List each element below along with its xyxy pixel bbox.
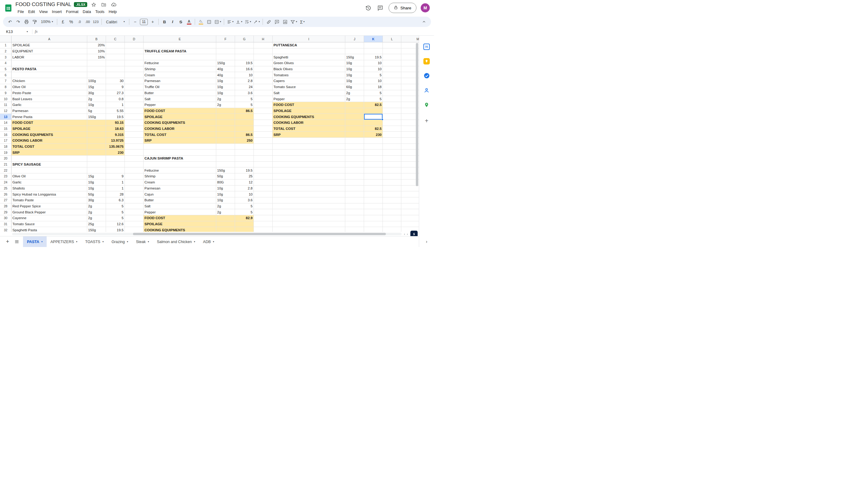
cell-J3[interactable]: 150g bbox=[345, 54, 364, 60]
cell-J31[interactable] bbox=[345, 221, 364, 227]
cell-A4[interactable] bbox=[12, 60, 87, 66]
cell-F30[interactable] bbox=[216, 215, 235, 221]
cell-A13[interactable]: Penne Pasta bbox=[12, 114, 87, 120]
cell-H3[interactable] bbox=[254, 54, 273, 60]
cell-F28[interactable]: 2g bbox=[216, 204, 235, 209]
row-header-21[interactable]: 21 bbox=[0, 162, 12, 168]
cell-J27[interactable] bbox=[345, 197, 364, 204]
cell-F23[interactable]: 50g bbox=[216, 173, 235, 179]
cell-J25[interactable] bbox=[345, 186, 364, 192]
cell-A14[interactable]: FOOD COST bbox=[12, 120, 87, 126]
font-family-select[interactable]: Calibri ▾ bbox=[104, 18, 127, 26]
cell-B4[interactable] bbox=[87, 60, 106, 66]
col-header-K[interactable]: K bbox=[364, 36, 383, 42]
cell-C17[interactable]: 13.9725 bbox=[106, 138, 125, 144]
row-header-28[interactable]: 28 bbox=[0, 204, 12, 209]
cell-B21[interactable] bbox=[87, 162, 106, 168]
formula-input[interactable] bbox=[42, 28, 434, 35]
cell-F8[interactable]: 10g bbox=[216, 84, 235, 90]
cell-F20[interactable] bbox=[216, 156, 235, 162]
cell-B10[interactable]: 2g bbox=[87, 96, 106, 102]
cell-C15[interactable]: 18.63 bbox=[106, 126, 125, 132]
cell-G32[interactable] bbox=[235, 227, 254, 232]
cell-A18[interactable]: TOTAL COST bbox=[12, 144, 87, 150]
cell-J8[interactable]: 60g bbox=[345, 84, 364, 90]
collapse-side-panel-button[interactable]: › bbox=[419, 239, 434, 244]
cell-B13[interactable]: 150g bbox=[87, 114, 106, 120]
cell-E28[interactable]: Salt bbox=[144, 204, 216, 209]
cell-K17[interactable] bbox=[364, 138, 383, 144]
merge-cells-button[interactable]: ▾ bbox=[213, 18, 222, 26]
cell-H24[interactable] bbox=[254, 179, 273, 186]
cell-L16[interactable] bbox=[383, 132, 401, 138]
menu-tools[interactable]: Tools bbox=[93, 9, 106, 14]
cell-C9[interactable]: 27.3 bbox=[106, 90, 125, 96]
cell-E3[interactable] bbox=[144, 54, 216, 60]
cell-I18[interactable] bbox=[273, 144, 345, 150]
cell-F27[interactable]: 10g bbox=[216, 197, 235, 204]
cell-H12[interactable] bbox=[254, 108, 273, 114]
cell-I30[interactable] bbox=[273, 215, 345, 221]
cell-J30[interactable] bbox=[345, 215, 364, 221]
col-header-M[interactable]: M bbox=[401, 36, 419, 42]
cell-J23[interactable] bbox=[345, 173, 364, 179]
cell-A2[interactable]: EQUIPMENT bbox=[12, 49, 87, 55]
cell-I27[interactable] bbox=[273, 197, 345, 204]
italic-button[interactable]: I bbox=[169, 18, 177, 26]
row-header-5[interactable]: 5 bbox=[0, 66, 12, 72]
col-header-L[interactable]: L bbox=[383, 36, 401, 42]
cell-D8[interactable] bbox=[125, 84, 144, 90]
cell-D12[interactable] bbox=[125, 108, 144, 114]
cell-B28[interactable]: 2g bbox=[87, 204, 106, 209]
cell-I24[interactable] bbox=[273, 179, 345, 186]
row-header-3[interactable]: 3 bbox=[0, 54, 12, 60]
cell-L30[interactable] bbox=[383, 215, 401, 221]
cell-F4[interactable]: 150g bbox=[216, 60, 235, 66]
cell-G23[interactable]: 25 bbox=[235, 173, 254, 179]
cell-J13[interactable] bbox=[345, 114, 364, 120]
cell-E24[interactable]: Cream bbox=[144, 179, 216, 186]
cell-D13[interactable] bbox=[125, 114, 144, 120]
cell-J16[interactable] bbox=[345, 132, 364, 138]
caret-down-icon[interactable]: ▾ bbox=[41, 241, 43, 243]
decrease-font-size-button[interactable]: − bbox=[131, 18, 139, 26]
cell-L2[interactable] bbox=[383, 49, 401, 55]
cell-K6[interactable]: 5 bbox=[364, 72, 383, 78]
cell-B25[interactable]: 10g bbox=[87, 186, 106, 192]
sheet-tab-appetizers[interactable]: APPETIZERS▾ bbox=[47, 236, 81, 247]
cell-D14[interactable] bbox=[125, 120, 144, 126]
name-box[interactable]: K13 ▾ bbox=[4, 30, 30, 34]
insert-comment-button[interactable] bbox=[273, 18, 281, 26]
cell-L28[interactable] bbox=[383, 204, 401, 209]
cell-B5[interactable] bbox=[87, 66, 106, 72]
add-sheet-button[interactable]: + bbox=[3, 237, 12, 246]
cell-L10[interactable] bbox=[383, 96, 401, 102]
cell-H11[interactable] bbox=[254, 102, 273, 108]
cell-B16[interactable] bbox=[87, 132, 106, 138]
account-avatar[interactable]: M bbox=[421, 3, 430, 13]
cell-J26[interactable] bbox=[345, 191, 364, 197]
cell-D22[interactable] bbox=[125, 167, 144, 173]
fill-color-button[interactable] bbox=[197, 18, 205, 26]
cell-F24[interactable]: 80G bbox=[216, 179, 235, 186]
insert-chart-button[interactable] bbox=[281, 18, 289, 26]
row-header-23[interactable]: 23 bbox=[0, 173, 12, 179]
row-header-9[interactable]: 9 bbox=[0, 90, 12, 96]
cell-K16[interactable]: 230 bbox=[364, 132, 383, 138]
col-header-A[interactable]: A bbox=[12, 36, 87, 42]
cell-L12[interactable] bbox=[383, 108, 401, 114]
cell-D1[interactable] bbox=[125, 42, 144, 49]
cell-L26[interactable] bbox=[383, 191, 401, 197]
cell-K9[interactable]: 5 bbox=[364, 90, 383, 96]
cell-E7[interactable]: Parmesan bbox=[144, 78, 216, 84]
cell-H5[interactable] bbox=[254, 66, 273, 72]
cell-L21[interactable] bbox=[383, 162, 401, 168]
cell-L29[interactable] bbox=[383, 209, 401, 215]
share-button[interactable]: Share bbox=[389, 3, 417, 13]
cell-D16[interactable] bbox=[125, 132, 144, 138]
cell-D19[interactable] bbox=[125, 150, 144, 156]
cell-K29[interactable] bbox=[364, 209, 383, 215]
cloud-saved-icon[interactable] bbox=[110, 1, 117, 8]
cell-K10[interactable]: 5 bbox=[364, 96, 383, 102]
cell-I32[interactable] bbox=[273, 227, 345, 232]
